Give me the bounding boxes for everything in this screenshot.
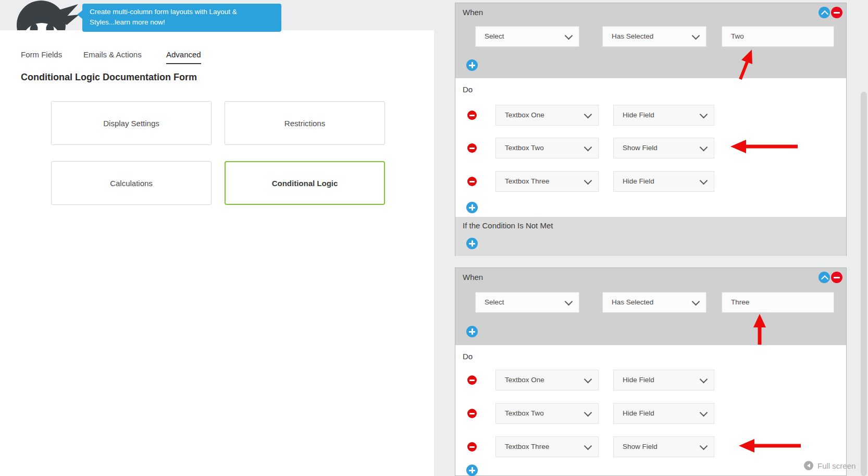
tooltip-arrow-icon bbox=[77, 10, 82, 19]
condition-panel-2: When Select Has Selected Three Do Textbo… bbox=[455, 267, 847, 476]
card-restrictions[interactable]: Restrictions bbox=[225, 101, 385, 145]
chevron-down-icon bbox=[692, 32, 700, 40]
condition-panel-1: When Select Has Selected Two Do Textbox … bbox=[455, 3, 847, 256]
collapse-panel-button[interactable] bbox=[819, 272, 830, 283]
selected-value: Select bbox=[485, 32, 504, 40]
chevron-down-icon bbox=[584, 111, 592, 119]
selected-value: Textbox Three bbox=[505, 443, 549, 450]
remove-action-button[interactable] bbox=[467, 442, 477, 451]
action-field-select[interactable]: Textbox Two bbox=[495, 138, 599, 158]
promo-tooltip[interactable]: Create multi-column form layouts with La… bbox=[82, 4, 281, 32]
chevron-down-icon bbox=[700, 177, 708, 185]
condition-operator-select[interactable]: Has Selected bbox=[602, 26, 706, 47]
action-field-select[interactable]: Textbox One bbox=[495, 370, 599, 390]
do-label: Do bbox=[463, 85, 473, 94]
action-field-select[interactable]: Textbox One bbox=[495, 105, 599, 126]
full-screen-label: Full screen bbox=[817, 461, 855, 470]
full-screen-button[interactable]: Full screen bbox=[804, 461, 855, 470]
remove-action-button[interactable] bbox=[467, 143, 477, 153]
card-display-settings[interactable]: Display Settings bbox=[51, 101, 212, 145]
vertical-scrollbar-thumb[interactable] bbox=[861, 92, 867, 476]
selected-value: Has Selected bbox=[612, 298, 653, 306]
chevron-down-icon bbox=[565, 298, 573, 306]
chevron-down-icon bbox=[692, 298, 700, 306]
chevron-down-icon bbox=[700, 375, 708, 384]
chevron-down-icon bbox=[584, 442, 592, 450]
selected-value: Hide Field bbox=[623, 177, 654, 185]
selected-value: Textbox Three bbox=[505, 177, 549, 185]
tooltip-text-line2: Styles...learn more now! bbox=[90, 17, 274, 28]
add-condition-button[interactable] bbox=[466, 59, 478, 71]
remove-panel-button[interactable] bbox=[831, 272, 842, 283]
action-type-select[interactable]: Hide Field bbox=[613, 403, 714, 424]
remove-action-button[interactable] bbox=[467, 111, 477, 120]
selected-value: Show Field bbox=[623, 443, 658, 450]
condition-field-select[interactable]: Select bbox=[475, 26, 579, 47]
card-label: Calculations bbox=[110, 179, 153, 188]
action-type-select[interactable]: Hide Field bbox=[613, 105, 714, 126]
selected-value: Select bbox=[485, 298, 504, 306]
selected-value: Hide Field bbox=[623, 409, 654, 417]
chevron-down-icon bbox=[700, 111, 708, 119]
selected-value: Textbox One bbox=[505, 376, 544, 384]
do-label: Do bbox=[463, 352, 473, 361]
tab-advanced[interactable]: Advanced bbox=[166, 50, 201, 64]
form-builder-panel: Form Fields Emails & Actions Advanced Co… bbox=[0, 30, 434, 476]
remove-action-button[interactable] bbox=[467, 375, 477, 385]
page-title: Conditional Logic Documentation Form bbox=[21, 72, 197, 83]
action-field-select[interactable]: Textbox Two bbox=[495, 403, 599, 424]
chevron-down-icon bbox=[584, 143, 592, 152]
card-label: Conditional Logic bbox=[272, 179, 338, 188]
condition-value-select[interactable]: Two bbox=[722, 26, 834, 47]
action-field-select[interactable]: Textbox Three bbox=[495, 171, 599, 192]
chevron-down-icon bbox=[565, 32, 573, 40]
card-conditional-logic[interactable]: Conditional Logic bbox=[225, 161, 385, 205]
action-type-select[interactable]: Show Field bbox=[613, 436, 714, 457]
condition-value-select[interactable]: Three bbox=[722, 292, 834, 313]
full-screen-icon bbox=[804, 461, 813, 470]
when-label: When bbox=[463, 8, 483, 17]
chevron-down-icon bbox=[584, 409, 592, 417]
ninja-forms-builder: Create multi-column form layouts with La… bbox=[0, 0, 868, 476]
remove-panel-button[interactable] bbox=[831, 7, 842, 18]
action-field-select[interactable]: Textbox Three bbox=[495, 436, 599, 457]
selected-value: Textbox Two bbox=[505, 144, 544, 152]
chevron-down-icon bbox=[700, 409, 708, 417]
add-condition-button[interactable] bbox=[466, 326, 478, 337]
chevron-down-icon bbox=[700, 442, 708, 450]
card-calculations[interactable]: Calculations bbox=[51, 161, 212, 205]
chevron-down-icon bbox=[584, 375, 592, 384]
tab-emails-actions[interactable]: Emails & Actions bbox=[83, 50, 142, 59]
when-label: When bbox=[463, 273, 483, 282]
selected-value: Has Selected bbox=[612, 32, 653, 40]
action-type-select[interactable]: Hide Field bbox=[613, 171, 714, 192]
selected-value: Hide Field bbox=[623, 376, 654, 384]
selected-value: Hide Field bbox=[623, 111, 654, 119]
selected-value: Show Field bbox=[623, 144, 658, 152]
condition-field-select[interactable]: Select bbox=[475, 292, 579, 313]
selected-value: Three bbox=[731, 298, 749, 306]
add-action-button[interactable] bbox=[466, 465, 478, 476]
action-type-select[interactable]: Show Field bbox=[613, 138, 714, 158]
not-met-label: If the Condition Is Not Met bbox=[463, 221, 553, 230]
chevron-down-icon bbox=[584, 177, 592, 185]
chevron-down-icon bbox=[700, 143, 708, 152]
selected-value: Two bbox=[731, 32, 744, 40]
tab-form-fields[interactable]: Form Fields bbox=[21, 50, 62, 59]
card-label: Display Settings bbox=[103, 119, 159, 128]
remove-action-button[interactable] bbox=[467, 409, 477, 418]
selected-value: Textbox Two bbox=[505, 409, 544, 417]
selected-value: Textbox One bbox=[505, 111, 544, 119]
action-type-select[interactable]: Hide Field bbox=[613, 370, 714, 390]
add-action-button[interactable] bbox=[466, 202, 478, 213]
card-label: Restrictions bbox=[284, 119, 325, 128]
remove-action-button[interactable] bbox=[467, 177, 477, 186]
condition-operator-select[interactable]: Has Selected bbox=[602, 292, 706, 313]
tooltip-text-line1: Create multi-column form layouts with La… bbox=[90, 7, 274, 17]
collapse-panel-button[interactable] bbox=[819, 7, 830, 18]
add-not-met-action-button[interactable] bbox=[466, 238, 478, 249]
